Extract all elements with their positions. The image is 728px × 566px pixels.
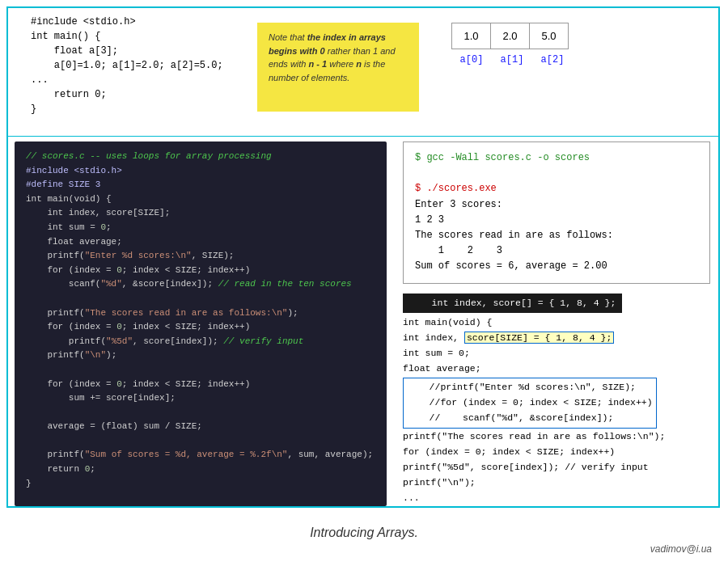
terminal-out5: Sum of scores = 6, average = 2.00 xyxy=(415,259,698,274)
array-labels: a[0] a[1] a[2] xyxy=(451,54,573,65)
array-label-1: a[1] xyxy=(492,54,532,65)
mod-line10: printf("%5d", score[index]); // verify i… xyxy=(403,462,649,472)
mod-outlined-block: //printf("Enter %d scores:\n", SIZE); //… xyxy=(403,412,657,423)
array-label-2: a[2] xyxy=(532,54,573,65)
array-table: 1.0 2.0 5.0 xyxy=(451,23,569,49)
terminal-box: $ gcc -Wall scores.c -o scores $ ./score… xyxy=(403,142,710,284)
array-cell-1: 2.0 xyxy=(491,23,530,49)
mod-line2: int index, score[SIZE] = { 1, 8, 4 }; xyxy=(403,332,614,344)
mod-line8: printf("The scores read in are as follow… xyxy=(403,431,665,441)
mod-line9: for (index = 0; index < SIZE; index++) xyxy=(403,446,615,457)
terminal-cmd1: $ gcc -Wall scores.c -o scores xyxy=(415,150,698,166)
array-label-0: a[0] xyxy=(451,54,492,65)
modified-code-section: int index, score[] = { 1, 8, 4 }; int ma… xyxy=(403,294,710,507)
array-visual: 1.0 2.0 5.0 a[0] a[1] a[2] xyxy=(451,23,573,65)
left-code-panel: // scores.c -- uses loops for array proc… xyxy=(15,142,387,506)
terminal-out1: Enter 3 scores: xyxy=(415,197,698,213)
mod-ellipsis: ... xyxy=(403,492,420,503)
top-section: #include <stdio.h> int main() { float a[… xyxy=(15,15,710,128)
sticky-note: Note that the index in arrays begins wit… xyxy=(257,23,419,112)
mod-line1: int main(void) { xyxy=(403,317,492,327)
footer-title: Introducing Arrays. xyxy=(0,526,728,540)
terminal-cmd2: $ ./scores.exe xyxy=(415,181,698,196)
terminal-out4: 1 2 3 xyxy=(415,243,698,259)
terminal-out3: The scores read in are as follows: xyxy=(415,228,698,243)
right-panel: $ gcc -Wall scores.c -o scores $ ./score… xyxy=(403,142,710,506)
bottom-section: // scores.c -- uses loops for array proc… xyxy=(15,142,710,506)
mod-line11: printf("\n"); xyxy=(403,477,476,488)
footer-author: vadimov@i.ua xyxy=(650,543,712,555)
section-divider xyxy=(6,136,720,137)
terminal-out2: 1 2 3 xyxy=(415,213,698,228)
highlight-bar: int index, score[] = { 1, 8, 4 }; xyxy=(403,294,622,314)
mod-line4: float average; xyxy=(403,363,481,374)
array-cell-2: 5.0 xyxy=(530,23,569,49)
mod-line3: int sum = 0; xyxy=(403,348,470,358)
terminal-blank1 xyxy=(415,166,698,181)
array-cell-0: 1.0 xyxy=(452,23,491,49)
top-code-block: #include <stdio.h> int main() { float a[… xyxy=(15,15,241,116)
